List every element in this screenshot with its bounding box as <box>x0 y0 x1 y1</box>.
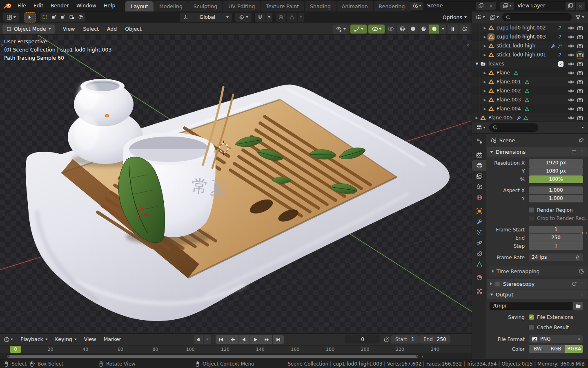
scene-name[interactable]: Scene <box>424 2 476 10</box>
timeline-menu-marker[interactable]: Marker <box>100 334 125 345</box>
lock-icon[interactable] <box>575 255 580 260</box>
remove-view-layer-button[interactable]: × <box>575 2 585 10</box>
select-mode-subtract-button[interactable] <box>58 13 67 22</box>
view-layer-selector[interactable]: View Layer × <box>500 1 586 10</box>
proportional-options-dropdown[interactable] <box>298 13 304 22</box>
hide-viewport-eye-icon[interactable] <box>568 25 574 31</box>
hide-viewport-eye-icon[interactable] <box>568 88 574 94</box>
expand-arrow-icon[interactable]: ► <box>483 80 488 84</box>
frame-start-field-timeline[interactable]: Start1 <box>391 335 419 343</box>
expand-arrow-icon[interactable]: ► <box>483 53 488 57</box>
outliner-row[interactable]: ►Plane.001 <box>472 77 588 86</box>
outliner-editor-type-button[interactable] <box>474 13 486 22</box>
object-visibility-dropdown[interactable] <box>333 25 349 34</box>
resolution-pct-slider[interactable]: 100% <box>529 175 583 183</box>
previous-keyframe-button[interactable] <box>227 335 238 344</box>
options-dropdown[interactable]: Options <box>443 14 467 20</box>
disable-render-camera-icon[interactable] <box>577 61 583 67</box>
object-name[interactable]: Plane.005 <box>488 115 513 121</box>
object-name[interactable]: cup1 lod0 hight.002 <box>497 25 546 31</box>
properties-tab-scene[interactable] <box>472 182 486 192</box>
auto-key-button[interactable] <box>194 335 203 344</box>
disable-render-camera-icon[interactable] <box>577 115 583 121</box>
select-box-tool-button[interactable] <box>24 12 36 22</box>
frame-rate-dropdown[interactable]: 24 fps <box>529 254 583 261</box>
drag-handle-icon[interactable]: ‹··› <box>581 231 587 235</box>
select-mode-set-button[interactable] <box>40 13 49 22</box>
scene-selector[interactable]: Scene × <box>410 1 496 10</box>
disable-render-camera-icon[interactable] <box>577 88 583 94</box>
disable-render-camera-icon[interactable] <box>577 34 583 40</box>
object-name[interactable]: Plane.001 <box>497 79 521 85</box>
timeline-ruler[interactable]: 0 20406080100120140160180200220240 <box>0 345 472 353</box>
properties-tab-texture[interactable] <box>472 286 486 296</box>
properties-tab-data[interactable] <box>472 259 486 269</box>
outliner-row[interactable]: ►Plane <box>472 68 588 77</box>
pin-icon[interactable] <box>578 137 584 143</box>
grip-icon[interactable] <box>579 292 584 297</box>
viewport-menu-view[interactable]: View <box>59 23 79 35</box>
properties-tab-world[interactable] <box>472 192 486 203</box>
hide-viewport-eye-icon[interactable] <box>568 115 574 121</box>
pivot-point-dropdown[interactable] <box>235 13 252 22</box>
disable-render-camera-icon[interactable] <box>577 70 583 76</box>
workspace-tab-uv-editing[interactable]: UV Editing <box>223 1 260 11</box>
view-layer-name[interactable]: View Layer <box>514 2 566 10</box>
color-mode-rgba-button[interactable]: RGBA <box>565 345 583 353</box>
expand-arrow-icon[interactable]: ► <box>483 44 488 48</box>
outliner-row[interactable]: ►cup1 lod0 hight.002 <box>472 23 588 32</box>
object-name[interactable]: stick1 lod0 high.001 <box>497 52 546 58</box>
dimensions-panel-header[interactable]: Dimensions <box>487 147 588 157</box>
object-name[interactable]: stick1 lod0 high <box>497 43 535 49</box>
hide-viewport-eye-icon[interactable] <box>568 97 574 103</box>
outliner-search-input[interactable] <box>502 13 572 21</box>
menu-render[interactable]: Render <box>47 0 73 11</box>
viewport-menu-select[interactable]: Select <box>79 23 103 35</box>
hide-viewport-eye-icon[interactable] <box>568 43 574 49</box>
new-view-layer-button[interactable] <box>566 2 575 10</box>
playhead-badge[interactable]: 0 <box>10 346 21 353</box>
snap-toggle-button[interactable] <box>255 13 265 22</box>
viewport-menu-add[interactable]: Add <box>103 23 121 35</box>
expand-arrow-icon[interactable]: ► <box>483 98 488 102</box>
timeline-scrollbar[interactable] <box>7 355 418 358</box>
aspect-x-field[interactable]: 1.000 <box>529 186 583 194</box>
new-scene-button[interactable] <box>476 2 486 10</box>
properties-tab-material[interactable] <box>472 272 486 283</box>
scene-icon[interactable] <box>410 2 424 10</box>
timeline-menu-playback[interactable]: Playback <box>17 334 51 345</box>
auto-key-options-dropdown[interactable] <box>204 335 211 344</box>
toolbar-expand-arrow[interactable]: › <box>1 42 3 48</box>
disable-render-camera-icon[interactable] <box>577 97 583 103</box>
hide-viewport-eye-icon[interactable] <box>568 52 574 58</box>
menu-edit[interactable]: Edit <box>30 0 47 11</box>
crop-region-checkbox[interactable] <box>529 215 534 221</box>
outliner-row[interactable]: ►cup1 lod0 hight.003 <box>472 32 588 41</box>
timeline-editor-type-button[interactable] <box>2 335 14 344</box>
collection-checkbox[interactable]: ✓ <box>558 61 564 67</box>
preset-icon[interactable] <box>572 149 577 155</box>
expand-arrow-icon[interactable]: ► <box>474 116 479 120</box>
object-name[interactable]: leaves <box>488 61 504 67</box>
gizmos-toggle[interactable] <box>350 25 367 34</box>
outliner-row[interactable]: ►stick1 lod0 high <box>472 41 588 50</box>
shading-options-dropdown[interactable] <box>440 25 446 34</box>
shading-solid-button[interactable] <box>408 25 418 34</box>
outliner-row[interactable]: ►Plane.002 <box>472 86 588 95</box>
workspace-tab-animation[interactable]: Animation <box>336 1 373 11</box>
color-mode-bw-button[interactable]: BW <box>529 345 547 353</box>
properties-editor-type-button[interactable] <box>475 123 487 132</box>
aspect-y-field[interactable]: 1.000 <box>529 195 583 202</box>
color-mode-rgb-button[interactable]: RGB <box>547 345 565 353</box>
grip-icon[interactable] <box>579 149 584 154</box>
shading-rendered-button[interactable] <box>429 25 439 34</box>
properties-tab-modifiers[interactable] <box>472 216 486 227</box>
hide-viewport-eye-icon[interactable] <box>568 61 574 67</box>
disable-render-camera-icon[interactable] <box>577 52 583 58</box>
stereoscopy-panel-header[interactable]: Stereoscopy <box>487 279 588 289</box>
properties-tab-view-layer[interactable] <box>472 171 486 182</box>
proportional-falloff-icon[interactable] <box>287 13 297 22</box>
overlays-toggle[interactable] <box>368 25 385 34</box>
resolution-y-field[interactable]: 1080 px <box>529 167 583 175</box>
file-format-dropdown[interactable]: PNG <box>529 335 583 343</box>
